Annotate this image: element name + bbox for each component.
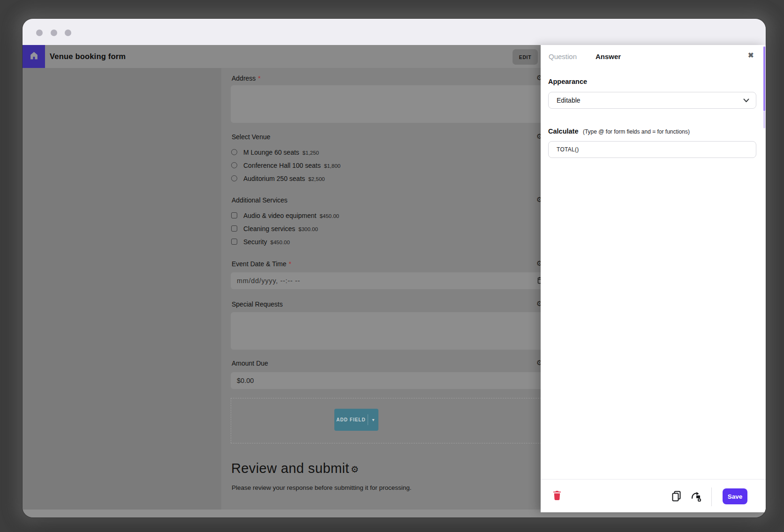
checkbox-option-row: Security $450.00 [231, 238, 290, 246]
event-datetime-field-label: Event Date & Time* [232, 260, 291, 268]
close-icon[interactable]: ✖ [748, 51, 754, 60]
option-price: $450.00 [320, 212, 339, 219]
option-label: Cleaning services [243, 225, 295, 232]
radio-button[interactable] [231, 175, 237, 181]
option-price: $450.00 [271, 239, 290, 245]
caret-down-icon[interactable]: ▾ [368, 409, 378, 431]
calculate-hint: (Type @ for form fields and = for functi… [583, 128, 690, 135]
address-field-label: Address* [232, 75, 261, 82]
option-price: $300.00 [299, 225, 318, 232]
address-textarea[interactable] [231, 85, 543, 123]
field-settings-panel: Question Answer ✖ Appearance Editable Ca… [541, 45, 766, 512]
home-button[interactable] [23, 45, 45, 68]
window-control-dot[interactable] [51, 30, 57, 36]
window-control-dot[interactable] [65, 30, 71, 36]
app-window: Venue booking form EDIT Address* ⚙ Selec… [23, 19, 766, 517]
appearance-label: Appearance [548, 78, 587, 85]
move-to-icon [690, 496, 702, 503]
radio-option-row: M Lounge 60 seats $1,250 [231, 148, 319, 156]
special-requests-textarea[interactable] [231, 312, 543, 350]
home-icon [29, 51, 39, 62]
venue-field-label: Select Venue [232, 133, 271, 141]
duplicate-field-button[interactable] [671, 490, 682, 502]
add-field-button[interactable]: ADD FIELD ▾ [334, 409, 378, 431]
trash-icon [552, 495, 562, 502]
page-title: Venue booking form [50, 45, 126, 68]
required-asterisk: * [289, 260, 291, 268]
add-field-label: ADD FIELD [334, 409, 368, 431]
review-section-subtitle: Please review your response before submi… [232, 484, 411, 491]
delete-field-button[interactable] [552, 490, 562, 501]
calculate-input[interactable]: TOTAL() [548, 141, 756, 158]
radio-button[interactable] [231, 162, 237, 168]
option-label: Security [243, 238, 267, 246]
option-price: $1,250 [302, 149, 319, 156]
option-price: $1,800 [324, 162, 340, 169]
special-requests-field-label: Special Requests [232, 300, 283, 308]
window-control-dot[interactable] [36, 30, 43, 36]
calculate-value: TOTAL() [557, 146, 579, 153]
checkbox[interactable] [231, 239, 237, 245]
field-label-text: Event Date & Time [232, 260, 286, 268]
panel-toolbar: Save [541, 479, 766, 512]
tab-answer[interactable]: Answer [596, 52, 621, 60]
checkbox[interactable] [231, 212, 237, 218]
required-asterisk: * [258, 75, 260, 82]
option-label: Conference Hall 100 seats [243, 162, 321, 169]
appearance-selected-value: Editable [557, 97, 743, 104]
move-field-button[interactable] [690, 490, 702, 502]
panel-scrollbar-fade [763, 111, 765, 128]
chevron-down-icon [743, 96, 749, 105]
add-field-dropzone [231, 398, 544, 443]
option-price: $2,500 [309, 175, 325, 182]
datetime-placeholder: mm/dd/yyyy, --:-- -- [237, 277, 300, 285]
amount-due-value: $0.00 [237, 377, 254, 384]
toolbar-divider [711, 487, 712, 506]
panel-scrollbar-thumb[interactable] [763, 46, 765, 111]
services-field-label: Additional Services [232, 196, 287, 204]
checkbox-option-row: Cleaning services $300.00 [231, 225, 318, 232]
radio-option-row: Auditorium 250 seats $2,500 [231, 174, 325, 182]
tab-question[interactable]: Question [549, 52, 577, 60]
option-label: M Lounge 60 seats [243, 149, 299, 156]
amount-due-input[interactable]: $0.00 [231, 372, 543, 389]
option-label: Audio & video equipment [243, 212, 317, 219]
calculate-label-row: Calculate (Type @ for form fields and = … [548, 127, 690, 135]
radio-option-row: Conference Hall 100 seats $1,800 [231, 161, 340, 169]
amount-due-field-label: Amount Due [232, 360, 268, 367]
event-datetime-input[interactable]: mm/dd/yyyy, --:-- -- [231, 272, 543, 289]
checkbox[interactable] [231, 225, 237, 232]
calculate-label: Calculate [548, 127, 578, 135]
field-label-text: Address [232, 75, 256, 82]
review-section-title: Review and submit [231, 461, 349, 476]
checkbox-option-row: Audio & video equipment $450.00 [231, 211, 339, 219]
copy-icon [671, 496, 682, 503]
save-button[interactable]: Save [723, 488, 747, 504]
edit-button[interactable]: EDIT [513, 49, 538, 65]
appearance-select[interactable]: Editable [548, 92, 756, 109]
window-titlebar [23, 19, 766, 45]
desktop-background: Venue booking form EDIT Address* ⚙ Selec… [0, 0, 784, 532]
option-label: Auditorium 250 seats [243, 175, 305, 182]
radio-button[interactable] [231, 149, 237, 155]
section-gear-icon[interactable]: ⚙ [351, 464, 359, 475]
